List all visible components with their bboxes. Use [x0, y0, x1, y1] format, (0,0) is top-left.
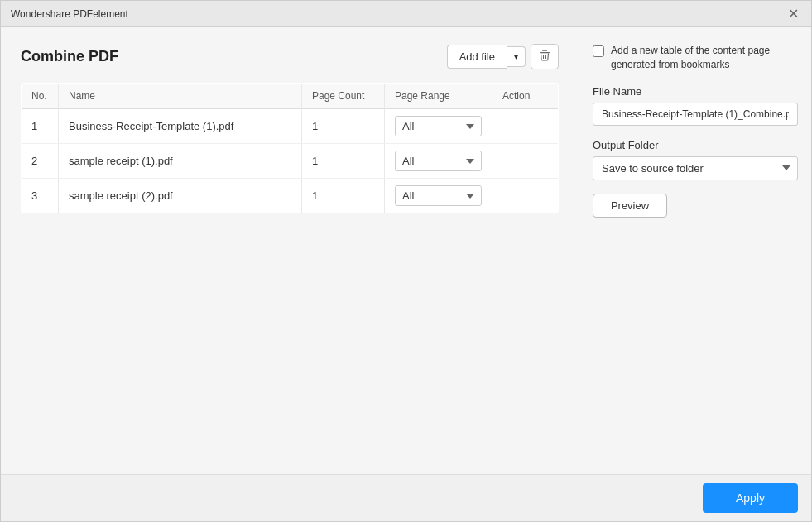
cell-page-count: 1 — [302, 144, 385, 179]
cell-name: Business-Receipt-Template (1).pdf — [59, 109, 302, 144]
table-row: 1Business-Receipt-Template (1).pdf1AllCu… — [22, 109, 559, 144]
col-header-no: No. — [22, 84, 59, 109]
col-header-action: Action — [492, 84, 559, 109]
output-folder-group: Output Folder Save to source folder Cust… — [593, 139, 798, 180]
file-name-label: File Name — [593, 85, 798, 98]
panel-header: Combine PDF Add file ▾ — [21, 44, 559, 69]
footer: Apply — [1, 474, 811, 521]
dropdown-arrow-icon: ▾ — [514, 52, 518, 61]
svg-rect-1 — [542, 50, 547, 51]
file-name-group: File Name — [593, 85, 798, 126]
preview-button[interactable]: Preview — [593, 194, 667, 218]
content-area: Combine PDF Add file ▾ — [1, 27, 811, 474]
delete-icon — [538, 49, 551, 65]
cell-no: 3 — [22, 179, 59, 213]
col-header-page-count: Page Count — [302, 84, 385, 109]
cell-page-range: AllCustom — [385, 109, 492, 144]
cell-page-range: AllCustom — [385, 144, 492, 179]
cell-page-range: AllCustom — [385, 179, 492, 213]
cell-action — [492, 179, 559, 213]
table-row: 2sample receipt (1).pdf1AllCustom — [22, 144, 559, 179]
close-icon: ✕ — [788, 6, 799, 22]
file-table: No. Name Page Count Page Range Action 1B… — [21, 83, 559, 213]
cell-name: sample receipt (2).pdf — [59, 179, 302, 213]
preview-container: Preview — [593, 194, 798, 218]
output-folder-select[interactable]: Save to source folder Custom folder — [593, 156, 798, 180]
header-actions: Add file ▾ — [447, 44, 559, 69]
delete-button[interactable] — [531, 44, 559, 69]
panel-title: Combine PDF — [21, 48, 118, 65]
svg-rect-0 — [540, 52, 550, 53]
right-panel: Add a new table of the content page gene… — [579, 27, 811, 474]
cell-no: 2 — [22, 144, 59, 179]
col-header-name: Name — [59, 84, 302, 109]
cell-action — [492, 144, 559, 179]
cell-page-count: 1 — [302, 179, 385, 213]
file-name-input[interactable] — [593, 103, 798, 126]
cell-name: sample receipt (1).pdf — [59, 144, 302, 179]
cell-action — [492, 109, 559, 144]
close-button[interactable]: ✕ — [785, 6, 801, 22]
app-title: Wondershare PDFelement — [11, 8, 128, 20]
main-window: Wondershare PDFelement ✕ Combine PDF Add… — [0, 0, 812, 522]
left-panel: Combine PDF Add file ▾ — [1, 27, 579, 474]
bookmark-checkbox[interactable] — [593, 45, 604, 57]
add-file-button[interactable]: Add file — [447, 45, 507, 69]
table-header-row: No. Name Page Count Page Range Action — [22, 84, 559, 109]
add-file-dropdown-button[interactable]: ▾ — [507, 46, 526, 67]
cell-no: 1 — [22, 109, 59, 144]
apply-button[interactable]: Apply — [703, 483, 798, 513]
title-bar: Wondershare PDFelement ✕ — [1, 1, 811, 27]
col-header-page-range: Page Range — [385, 84, 492, 109]
cell-page-count: 1 — [302, 109, 385, 144]
output-folder-label: Output Folder — [593, 139, 798, 151]
bookmark-option: Add a new table of the content page gene… — [593, 44, 798, 72]
add-file-group: Add file ▾ — [447, 45, 526, 69]
page-range-select-3[interactable]: AllCustom — [395, 185, 482, 206]
page-range-select-2[interactable]: AllCustom — [395, 151, 482, 171]
table-row: 3sample receipt (2).pdf1AllCustom — [22, 179, 559, 213]
page-range-select-1[interactable]: AllCustom — [395, 116, 482, 136]
bookmark-label: Add a new table of the content page gene… — [611, 44, 798, 72]
